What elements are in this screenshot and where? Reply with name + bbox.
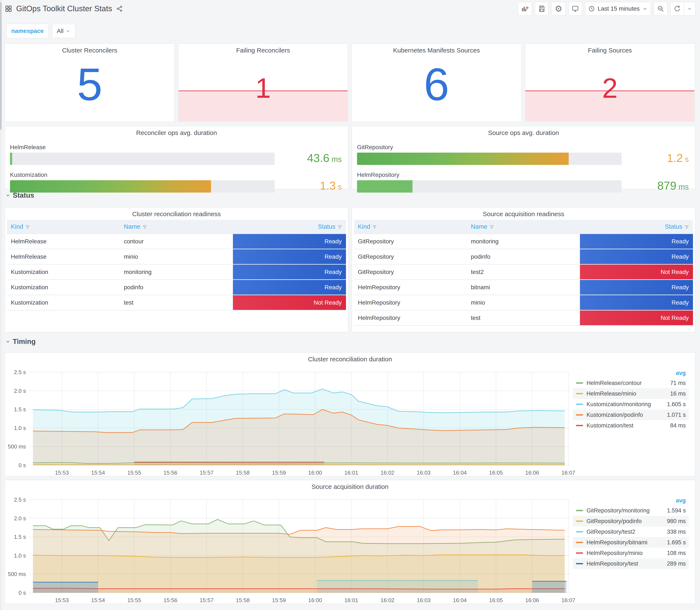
legend-item[interactable]: GitRepository/monitoring1.594 s xyxy=(573,505,689,516)
panel-cluster-reconciliation-readiness[interactable]: Cluster reconciliation readiness KindNam… xyxy=(5,207,348,332)
series-color-dash xyxy=(576,414,583,416)
svg-text:2.5 s: 2.5 s xyxy=(14,369,26,375)
filter-icon[interactable] xyxy=(25,225,30,229)
series-color-dash xyxy=(576,531,583,532)
table-row: GitRepositorytest2Not Ready xyxy=(354,264,693,280)
cell-status: Ready xyxy=(580,234,693,249)
panel-source-ops-avg-duration[interactable]: Source ops avg. duration GitRepository1.… xyxy=(352,126,695,189)
save-dashboard-button[interactable] xyxy=(535,2,549,16)
namespace-value-dropdown[interactable]: All xyxy=(52,24,75,38)
gauge-track xyxy=(357,152,622,165)
cell-name: test2 xyxy=(467,264,580,280)
column-header-name[interactable]: Name xyxy=(467,220,580,234)
refresh-interval-dropdown[interactable] xyxy=(684,2,695,16)
legend-item[interactable]: HelmRepository/bitnami1.695 s xyxy=(573,537,689,548)
svg-text:1.5 s: 1.5 s xyxy=(14,406,26,413)
readiness-table: KindNameStatusHelmReleasecontourReadyHel… xyxy=(7,220,346,310)
dashboard-toolbar: ⚙ Last 15 minutes xyxy=(518,2,695,16)
legend-item[interactable]: Kustomization/podinfo1.071 s xyxy=(573,410,689,420)
column-header-kind[interactable]: Kind xyxy=(354,220,467,234)
stat-panel-failing-sources[interactable]: Failing Sources 2 xyxy=(525,44,695,122)
stat-panel-cluster-reconcilers[interactable]: Cluster Reconcilers 5 xyxy=(5,44,175,122)
namespace-selected-value: All xyxy=(57,28,64,34)
panel-source-acquisition-readiness[interactable]: Source acquisition readiness KindNameSta… xyxy=(352,207,695,332)
grafana-dashboard: GitOps Toolkit Cluster Stats ⚙ Last 15 m… xyxy=(0,0,700,610)
series-avg-value: 980 ms xyxy=(667,518,686,525)
svg-text:15:54: 15:54 xyxy=(91,469,105,476)
panel-cluster-reconciliation-duration[interactable]: Cluster reconciliation duration 15:5315:… xyxy=(5,352,695,476)
share-icon[interactable] xyxy=(116,5,123,12)
series-avg-value: 71 ms xyxy=(670,380,686,386)
filter-icon[interactable] xyxy=(338,225,342,229)
svg-text:16:01: 16:01 xyxy=(344,597,358,604)
table-row: HelmRepositorybitnamiReady xyxy=(354,280,693,295)
series-avg-value: 16 ms xyxy=(670,390,686,397)
scrollbar-thumb[interactable] xyxy=(0,2,2,130)
cell-status: Ready xyxy=(580,249,693,264)
stat-value: 1 xyxy=(178,74,348,102)
svg-text:16:00: 16:00 xyxy=(308,597,322,604)
svg-text:16:02: 16:02 xyxy=(380,469,394,476)
status-badge: Ready xyxy=(580,280,693,294)
readiness-table: KindNameStatusGitRepositorymonitoringRea… xyxy=(354,220,693,326)
svg-text:2.0 s: 2.0 s xyxy=(14,388,26,394)
gauge-fill xyxy=(10,180,211,193)
clock-icon xyxy=(588,5,595,12)
column-header-kind[interactable]: Kind xyxy=(7,220,120,234)
svg-text:15:59: 15:59 xyxy=(272,597,286,604)
svg-text:15:56: 15:56 xyxy=(163,469,177,476)
status-badge: Ready xyxy=(233,280,346,294)
legend-item[interactable]: Kustomization/monitoring1.605 s xyxy=(573,399,689,410)
cycle-view-button[interactable] xyxy=(568,2,582,16)
panel-reconciler-ops-avg-duration[interactable]: Reconciler ops avg. duration HelmRelease… xyxy=(5,126,348,189)
column-header-status[interactable]: Status xyxy=(233,220,346,234)
gauge-label: HelmRelease xyxy=(10,143,342,152)
panel-source-acquisition-duration[interactable]: Source acquisition duration 15:5315:5415… xyxy=(5,480,695,604)
series-avg-value: 1.594 s xyxy=(667,507,686,514)
legend-item[interactable]: HelmRepository/minio108 ms xyxy=(573,548,689,558)
cell-name: minio xyxy=(467,295,580,310)
legend-item[interactable]: GitRepository/test2338 ms xyxy=(573,527,689,537)
svg-text:16:05: 16:05 xyxy=(489,597,503,604)
column-header-name[interactable]: Name xyxy=(120,220,233,234)
svg-text:15:55: 15:55 xyxy=(127,597,141,604)
stat-panel-failing-reconcilers[interactable]: Failing Reconcilers 1 xyxy=(178,44,348,122)
series-avg-value: 108 ms xyxy=(667,550,686,557)
dashboard-settings-button[interactable]: ⚙ xyxy=(551,2,566,16)
series-avg-value: 289 ms xyxy=(667,561,686,567)
legend-item[interactable]: Kustomization/test84 ms xyxy=(573,420,689,431)
gauge-row: GitRepository1.2 s xyxy=(357,143,689,167)
cell-status: Ready xyxy=(580,295,693,310)
legend-item[interactable]: HelmRelease/minio16 ms xyxy=(573,388,689,399)
filter-icon[interactable] xyxy=(372,225,377,229)
stat-panel-kubernetes-manifests-sources[interactable]: Kubernetes Manifests Sources 6 xyxy=(352,44,521,122)
cell-name: bitnami xyxy=(467,280,580,295)
panel-title: Failing Sources xyxy=(525,47,695,54)
series-name: Kustomization/podinfo xyxy=(587,412,667,418)
time-range-picker[interactable]: Last 15 minutes xyxy=(585,2,651,16)
svg-text:16:06: 16:06 xyxy=(525,469,539,476)
time-range-label: Last 15 minutes xyxy=(598,5,640,12)
scrollbar-track[interactable] xyxy=(0,0,2,610)
section-timing[interactable]: Timing xyxy=(5,338,36,346)
legend-item[interactable]: HelmRepository/test289 ms xyxy=(573,558,689,569)
zoom-out-button[interactable] xyxy=(654,2,667,16)
panel-title: Failing Reconcilers xyxy=(178,47,348,54)
legend-item[interactable]: HelmRelease/contour71 ms xyxy=(573,378,689,388)
add-panel-button[interactable] xyxy=(518,2,532,16)
cell-kind: Kustomization xyxy=(7,280,120,295)
section-status[interactable]: Status xyxy=(5,191,34,199)
status-badge: Ready xyxy=(233,249,346,264)
column-header-status[interactable]: Status xyxy=(580,220,693,234)
gauge-value: 879 ms xyxy=(622,179,689,193)
legend-item[interactable]: GitRepository/podinfo980 ms xyxy=(573,516,689,527)
svg-text:15:57: 15:57 xyxy=(200,469,214,476)
filter-icon[interactable] xyxy=(142,225,147,229)
gauge-label: HelmRepository xyxy=(357,171,689,179)
panel-title: Cluster reconciliation readiness xyxy=(5,210,348,218)
series-name: HelmRepository/bitnami xyxy=(587,539,667,546)
svg-text:15:56: 15:56 xyxy=(163,597,177,604)
refresh-button[interactable] xyxy=(670,2,684,16)
filter-icon[interactable] xyxy=(489,225,494,229)
filter-icon[interactable] xyxy=(684,225,689,229)
